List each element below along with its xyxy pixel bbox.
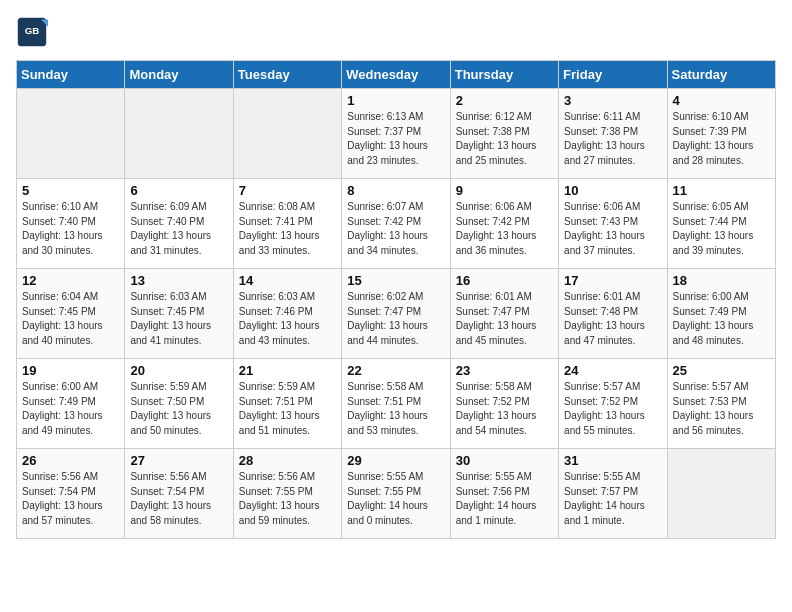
day-number: 4 xyxy=(673,93,770,108)
header-sunday: Sunday xyxy=(17,61,125,89)
logo: GB xyxy=(16,16,52,48)
day-info: Sunrise: 6:06 AM Sunset: 7:42 PM Dayligh… xyxy=(456,200,553,258)
calendar-cell: 20Sunrise: 5:59 AM Sunset: 7:50 PM Dayli… xyxy=(125,359,233,449)
day-number: 11 xyxy=(673,183,770,198)
calendar-header-row: SundayMondayTuesdayWednesdayThursdayFrid… xyxy=(17,61,776,89)
calendar-cell: 28Sunrise: 5:56 AM Sunset: 7:55 PM Dayli… xyxy=(233,449,341,539)
calendar-cell: 22Sunrise: 5:58 AM Sunset: 7:51 PM Dayli… xyxy=(342,359,450,449)
day-info: Sunrise: 5:57 AM Sunset: 7:52 PM Dayligh… xyxy=(564,380,661,438)
calendar-week-4: 19Sunrise: 6:00 AM Sunset: 7:49 PM Dayli… xyxy=(17,359,776,449)
calendar-cell: 5Sunrise: 6:10 AM Sunset: 7:40 PM Daylig… xyxy=(17,179,125,269)
day-number: 26 xyxy=(22,453,119,468)
day-info: Sunrise: 6:09 AM Sunset: 7:40 PM Dayligh… xyxy=(130,200,227,258)
calendar-cell: 14Sunrise: 6:03 AM Sunset: 7:46 PM Dayli… xyxy=(233,269,341,359)
day-number: 14 xyxy=(239,273,336,288)
day-number: 28 xyxy=(239,453,336,468)
calendar-cell: 1Sunrise: 6:13 AM Sunset: 7:37 PM Daylig… xyxy=(342,89,450,179)
day-info: Sunrise: 6:01 AM Sunset: 7:48 PM Dayligh… xyxy=(564,290,661,348)
calendar-cell: 21Sunrise: 5:59 AM Sunset: 7:51 PM Dayli… xyxy=(233,359,341,449)
calendar-cell: 16Sunrise: 6:01 AM Sunset: 7:47 PM Dayli… xyxy=(450,269,558,359)
calendar-cell: 23Sunrise: 5:58 AM Sunset: 7:52 PM Dayli… xyxy=(450,359,558,449)
day-number: 23 xyxy=(456,363,553,378)
calendar-cell: 29Sunrise: 5:55 AM Sunset: 7:55 PM Dayli… xyxy=(342,449,450,539)
day-number: 15 xyxy=(347,273,444,288)
calendar-week-3: 12Sunrise: 6:04 AM Sunset: 7:45 PM Dayli… xyxy=(17,269,776,359)
day-number: 10 xyxy=(564,183,661,198)
calendar-cell: 11Sunrise: 6:05 AM Sunset: 7:44 PM Dayli… xyxy=(667,179,775,269)
calendar-cell: 15Sunrise: 6:02 AM Sunset: 7:47 PM Dayli… xyxy=(342,269,450,359)
calendar-cell: 3Sunrise: 6:11 AM Sunset: 7:38 PM Daylig… xyxy=(559,89,667,179)
day-info: Sunrise: 6:04 AM Sunset: 7:45 PM Dayligh… xyxy=(22,290,119,348)
day-info: Sunrise: 6:08 AM Sunset: 7:41 PM Dayligh… xyxy=(239,200,336,258)
day-number: 22 xyxy=(347,363,444,378)
calendar-cell: 12Sunrise: 6:04 AM Sunset: 7:45 PM Dayli… xyxy=(17,269,125,359)
header-saturday: Saturday xyxy=(667,61,775,89)
day-number: 5 xyxy=(22,183,119,198)
calendar-week-5: 26Sunrise: 5:56 AM Sunset: 7:54 PM Dayli… xyxy=(17,449,776,539)
header-thursday: Thursday xyxy=(450,61,558,89)
day-info: Sunrise: 5:59 AM Sunset: 7:50 PM Dayligh… xyxy=(130,380,227,438)
day-number: 18 xyxy=(673,273,770,288)
day-info: Sunrise: 5:55 AM Sunset: 7:56 PM Dayligh… xyxy=(456,470,553,528)
day-info: Sunrise: 5:56 AM Sunset: 7:54 PM Dayligh… xyxy=(130,470,227,528)
header-monday: Monday xyxy=(125,61,233,89)
day-info: Sunrise: 5:56 AM Sunset: 7:55 PM Dayligh… xyxy=(239,470,336,528)
calendar-cell xyxy=(125,89,233,179)
day-info: Sunrise: 6:02 AM Sunset: 7:47 PM Dayligh… xyxy=(347,290,444,348)
day-number: 19 xyxy=(22,363,119,378)
day-number: 3 xyxy=(564,93,661,108)
day-info: Sunrise: 6:06 AM Sunset: 7:43 PM Dayligh… xyxy=(564,200,661,258)
day-info: Sunrise: 6:13 AM Sunset: 7:37 PM Dayligh… xyxy=(347,110,444,168)
day-info: Sunrise: 5:58 AM Sunset: 7:51 PM Dayligh… xyxy=(347,380,444,438)
day-number: 31 xyxy=(564,453,661,468)
calendar-week-2: 5Sunrise: 6:10 AM Sunset: 7:40 PM Daylig… xyxy=(17,179,776,269)
calendar-cell: 30Sunrise: 5:55 AM Sunset: 7:56 PM Dayli… xyxy=(450,449,558,539)
logo-icon: GB xyxy=(16,16,48,48)
day-info: Sunrise: 6:05 AM Sunset: 7:44 PM Dayligh… xyxy=(673,200,770,258)
calendar-cell xyxy=(233,89,341,179)
calendar-cell xyxy=(17,89,125,179)
svg-text:GB: GB xyxy=(25,25,40,36)
calendar-cell: 27Sunrise: 5:56 AM Sunset: 7:54 PM Dayli… xyxy=(125,449,233,539)
calendar-cell: 8Sunrise: 6:07 AM Sunset: 7:42 PM Daylig… xyxy=(342,179,450,269)
day-number: 1 xyxy=(347,93,444,108)
calendar-cell: 10Sunrise: 6:06 AM Sunset: 7:43 PM Dayli… xyxy=(559,179,667,269)
day-number: 9 xyxy=(456,183,553,198)
day-number: 24 xyxy=(564,363,661,378)
day-info: Sunrise: 5:58 AM Sunset: 7:52 PM Dayligh… xyxy=(456,380,553,438)
day-number: 21 xyxy=(239,363,336,378)
day-number: 27 xyxy=(130,453,227,468)
day-info: Sunrise: 6:00 AM Sunset: 7:49 PM Dayligh… xyxy=(673,290,770,348)
day-info: Sunrise: 6:07 AM Sunset: 7:42 PM Dayligh… xyxy=(347,200,444,258)
day-number: 13 xyxy=(130,273,227,288)
day-number: 7 xyxy=(239,183,336,198)
day-info: Sunrise: 5:57 AM Sunset: 7:53 PM Dayligh… xyxy=(673,380,770,438)
header-friday: Friday xyxy=(559,61,667,89)
day-info: Sunrise: 6:00 AM Sunset: 7:49 PM Dayligh… xyxy=(22,380,119,438)
header-wednesday: Wednesday xyxy=(342,61,450,89)
day-info: Sunrise: 6:01 AM Sunset: 7:47 PM Dayligh… xyxy=(456,290,553,348)
day-number: 8 xyxy=(347,183,444,198)
day-info: Sunrise: 6:11 AM Sunset: 7:38 PM Dayligh… xyxy=(564,110,661,168)
day-number: 6 xyxy=(130,183,227,198)
calendar-cell: 4Sunrise: 6:10 AM Sunset: 7:39 PM Daylig… xyxy=(667,89,775,179)
calendar-table: SundayMondayTuesdayWednesdayThursdayFrid… xyxy=(16,60,776,539)
calendar-cell: 18Sunrise: 6:00 AM Sunset: 7:49 PM Dayli… xyxy=(667,269,775,359)
calendar-cell: 17Sunrise: 6:01 AM Sunset: 7:48 PM Dayli… xyxy=(559,269,667,359)
day-info: Sunrise: 5:59 AM Sunset: 7:51 PM Dayligh… xyxy=(239,380,336,438)
day-number: 12 xyxy=(22,273,119,288)
calendar-cell: 31Sunrise: 5:55 AM Sunset: 7:57 PM Dayli… xyxy=(559,449,667,539)
day-info: Sunrise: 5:56 AM Sunset: 7:54 PM Dayligh… xyxy=(22,470,119,528)
day-number: 20 xyxy=(130,363,227,378)
calendar-week-1: 1Sunrise: 6:13 AM Sunset: 7:37 PM Daylig… xyxy=(17,89,776,179)
day-info: Sunrise: 5:55 AM Sunset: 7:57 PM Dayligh… xyxy=(564,470,661,528)
calendar-cell: 19Sunrise: 6:00 AM Sunset: 7:49 PM Dayli… xyxy=(17,359,125,449)
day-number: 25 xyxy=(673,363,770,378)
calendar-cell xyxy=(667,449,775,539)
calendar-cell: 6Sunrise: 6:09 AM Sunset: 7:40 PM Daylig… xyxy=(125,179,233,269)
day-number: 30 xyxy=(456,453,553,468)
day-info: Sunrise: 6:10 AM Sunset: 7:39 PM Dayligh… xyxy=(673,110,770,168)
calendar-cell: 13Sunrise: 6:03 AM Sunset: 7:45 PM Dayli… xyxy=(125,269,233,359)
day-number: 2 xyxy=(456,93,553,108)
page-header: GB xyxy=(16,16,776,48)
